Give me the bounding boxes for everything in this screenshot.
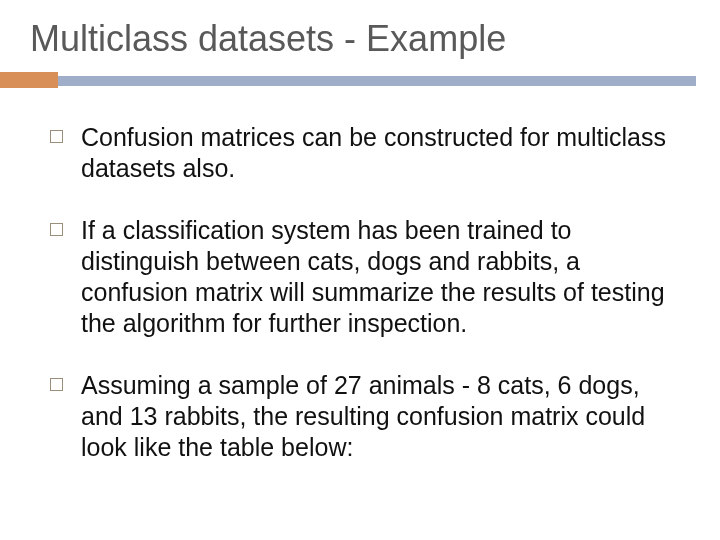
slide: Multiclass datasets - Example Confusion … bbox=[0, 0, 720, 540]
bullet-text: If a classification system has been trai… bbox=[81, 215, 680, 340]
bullet-text: Assuming a sample of 27 animals - 8 cats… bbox=[81, 370, 680, 464]
square-bullet-icon bbox=[50, 223, 63, 236]
list-item: If a classification system has been trai… bbox=[50, 215, 680, 340]
square-bullet-icon bbox=[50, 130, 63, 143]
content-area: Confusion matrices can be constructed fo… bbox=[0, 88, 720, 463]
accent-blue bbox=[58, 76, 696, 86]
slide-title: Multiclass datasets - Example bbox=[0, 0, 720, 68]
square-bullet-icon bbox=[50, 378, 63, 391]
list-item: Confusion matrices can be constructed fo… bbox=[50, 122, 680, 185]
accent-orange bbox=[0, 72, 58, 88]
title-underline bbox=[0, 72, 720, 88]
list-item: Assuming a sample of 27 animals - 8 cats… bbox=[50, 370, 680, 464]
bullet-text: Confusion matrices can be constructed fo… bbox=[81, 122, 680, 185]
